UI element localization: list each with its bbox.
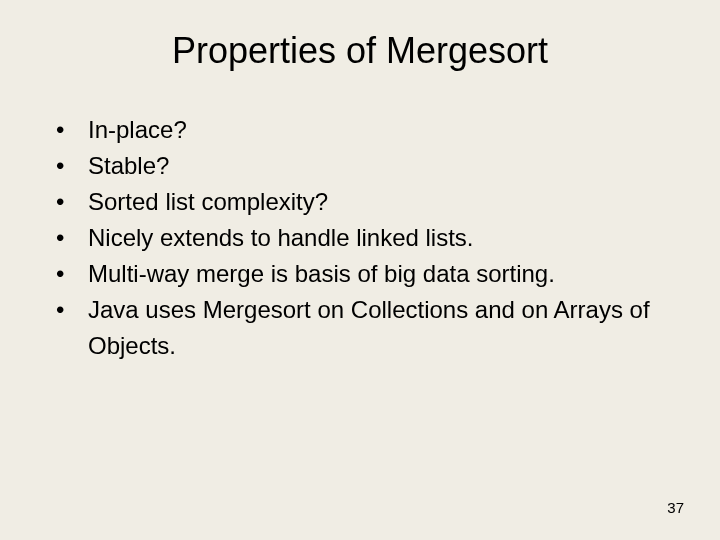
list-item: Stable? bbox=[56, 148, 664, 184]
list-item: Nicely extends to handle linked lists. bbox=[56, 220, 664, 256]
list-item: Java uses Mergesort on Collections and o… bbox=[56, 292, 664, 364]
slide-title: Properties of Mergesort bbox=[0, 0, 720, 112]
list-item: Multi-way merge is basis of big data sor… bbox=[56, 256, 664, 292]
list-item: In-place? bbox=[56, 112, 664, 148]
page-number: 37 bbox=[667, 499, 684, 516]
list-item: Sorted list complexity? bbox=[56, 184, 664, 220]
bullet-list: In-place? Stable? Sorted list complexity… bbox=[0, 112, 720, 364]
